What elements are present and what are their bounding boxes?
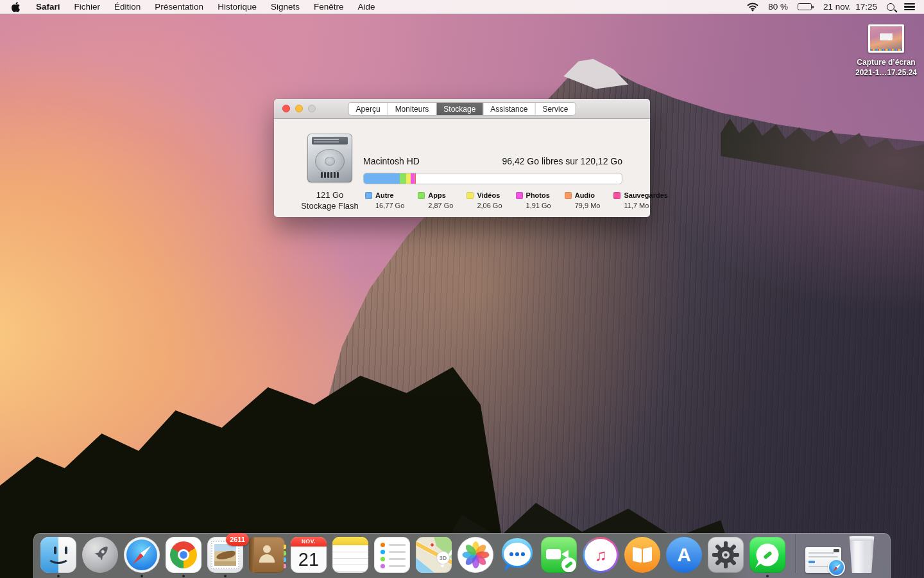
storage-legend: Autre16,77 GoApps2,87 GoVidéos2,06 GoPho… (365, 191, 668, 209)
notification-center-icon[interactable] (904, 3, 915, 11)
maps-icon: 3D (416, 537, 452, 573)
itunes-note-glyph: ♫ (585, 539, 617, 571)
dock: 2611 NOV. 21 (33, 533, 891, 578)
dock-item-trash[interactable] (847, 536, 877, 573)
wallpaper-waterfall (376, 399, 384, 496)
menu-aide[interactable]: Aide (350, 2, 382, 12)
running-indicator (182, 575, 185, 577)
legend-size: 11,7 Mo (624, 202, 667, 209)
traffic-lights (282, 105, 316, 112)
dock-item-messages[interactable] (499, 537, 535, 573)
dock-item-maps[interactable]: 3D (416, 537, 452, 573)
legend-label: Autre (375, 191, 394, 199)
safari-icon (124, 537, 160, 573)
minimize-button[interactable] (295, 105, 303, 112)
dock-item-photos[interactable] (458, 537, 493, 573)
storage-usage-bar (363, 173, 622, 184)
safari-badge-icon (828, 559, 845, 576)
menu-edition[interactable]: Édition (107, 2, 148, 12)
storage-panel: 121 Go Stockage Flash Macintosh HD 96,42… (274, 119, 650, 217)
reminders-icon (374, 537, 410, 573)
calendar-icon: NOV. 21 (291, 537, 327, 573)
dock-item-contacts[interactable] (249, 537, 285, 573)
dock-item-ibooks[interactable] (624, 537, 660, 573)
desktop[interactable]: Safari FichierÉditionPrésentationHistori… (0, 0, 924, 578)
battery-body (798, 3, 812, 10)
menu-historique[interactable]: Historique (210, 2, 264, 12)
dock-item-reminders[interactable] (374, 537, 410, 573)
drive-caption: 121 Go Stockage Flash (295, 189, 364, 211)
apple-logo-icon (12, 2, 20, 12)
dock-item-app-store[interactable]: A (666, 537, 702, 573)
apple-menu[interactable] (0, 0, 29, 13)
wallpaper-forest (0, 0, 924, 578)
screenshot-label-line1: Capture d’écran (848, 57, 924, 67)
mail-unread-badge: 2611 (226, 533, 249, 546)
battery-icon[interactable] (798, 3, 814, 10)
wifi-icon[interactable] (747, 2, 758, 12)
wallpaper-haze (0, 0, 924, 578)
wallpaper-ridge-trees (0, 0, 924, 578)
minimized-window-thumbnail (805, 547, 841, 573)
storage-segment-sauvegardes (415, 173, 416, 184)
dock-item-calendar[interactable]: NOV. 21 (291, 537, 327, 573)
tab-assistance[interactable]: Assistance (483, 103, 535, 115)
hard-drive-platter (315, 149, 345, 173)
tab-stockage[interactable]: Stockage (436, 103, 483, 115)
calendar-day: 21 (291, 547, 327, 572)
screenshot-thumbnail (868, 24, 904, 53)
legend-swatch (565, 192, 572, 199)
calendar-month: NOV. (291, 537, 327, 547)
dock-items: 2611 NOV. 21 (34, 534, 890, 578)
dock-separator (795, 534, 796, 573)
menu-time[interactable]: 17:25 (855, 2, 877, 12)
chrome-icon (166, 537, 201, 573)
dock-item-notes[interactable] (332, 537, 368, 573)
legend-item-sauvegardes: Sauvegardes11,7 Mo (613, 191, 667, 209)
storage-segment-autre (364, 173, 400, 184)
itunes-icon: ♫ (583, 537, 619, 573)
battery-tip (812, 6, 814, 8)
drive-capacity: 121 Go (295, 189, 364, 200)
tab-service[interactable]: Service (535, 103, 575, 115)
running-indicator (766, 575, 769, 577)
storage-segment-videos (406, 173, 411, 184)
dock-item-itunes[interactable]: ♫ (583, 537, 619, 573)
zoom-button-disabled (308, 105, 316, 112)
hard-drive-icon (307, 134, 352, 182)
dock-item-mail[interactable]: 2611 (207, 537, 243, 573)
menu-fenetre[interactable]: Fenêtre (307, 2, 351, 12)
drive-type: Stockage Flash (295, 200, 364, 211)
legend-size: 79,9 Mo (575, 202, 601, 209)
legend-swatch (418, 192, 425, 199)
menu-bar-left: Safari FichierÉditionPrésentationHistori… (0, 0, 382, 13)
window-titlebar[interactable]: AperçuMoniteursStockageAssistanceService (274, 99, 650, 119)
dock-item-safari[interactable] (124, 537, 160, 573)
spotlight-search-icon[interactable] (887, 3, 894, 11)
dock-item-chrome[interactable] (166, 537, 201, 573)
system-preferences-icon (708, 537, 744, 573)
legend-label: Vidéos (477, 191, 500, 199)
dock-item-launchpad[interactable] (82, 537, 118, 573)
notes-icon (332, 537, 368, 573)
dock-item-minimized-safari-window[interactable] (805, 547, 841, 573)
desktop-file-screenshot[interactable]: Capture d’écran 2021-1…17.25.24 (848, 24, 924, 78)
menu-fichier[interactable]: Fichier (67, 2, 108, 12)
messages-icon (499, 537, 535, 573)
app-menu-safari[interactable]: Safari (29, 2, 67, 12)
dock-item-system-preferences[interactable] (708, 537, 744, 573)
legend-swatch (466, 192, 474, 199)
facetime-icon (541, 537, 577, 573)
dock-item-whatsapp[interactable] (749, 537, 785, 573)
menu-date[interactable]: 21 nov. (823, 2, 851, 12)
contacts-icon (249, 537, 285, 573)
photos-icon (458, 537, 493, 573)
menu-signets[interactable]: Signets (264, 2, 307, 12)
menu-presentation[interactable]: Présentation (148, 2, 210, 12)
dock-item-finder[interactable] (40, 537, 76, 573)
dock-item-facetime[interactable] (541, 537, 577, 573)
tab-moniteurs[interactable]: Moniteurs (388, 103, 437, 115)
tab-apercu[interactable]: Aperçu (349, 103, 388, 115)
legend-size: 2,06 Go (477, 202, 502, 209)
close-button[interactable] (282, 105, 290, 112)
